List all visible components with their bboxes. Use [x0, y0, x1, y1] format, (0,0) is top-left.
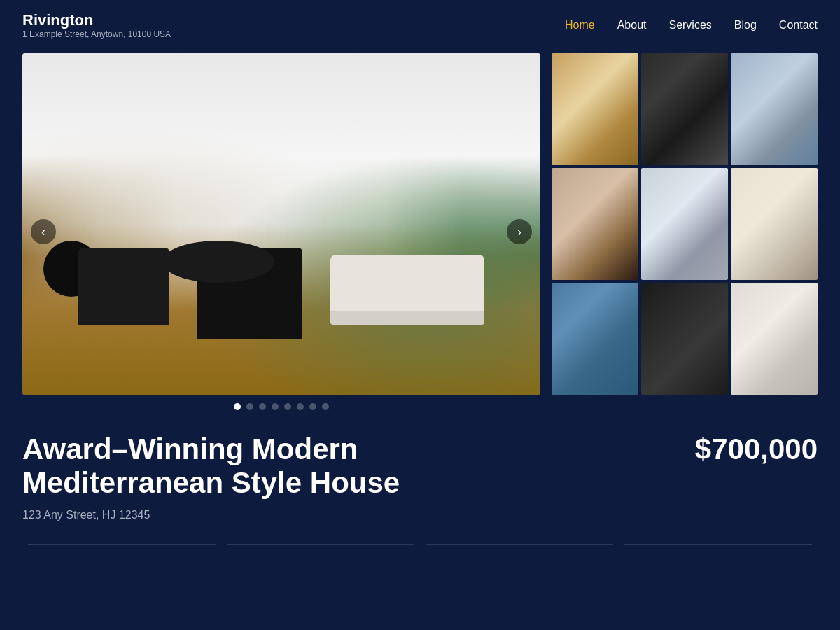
gallery-cell-9[interactable]: [731, 283, 818, 395]
dot-4[interactable]: [272, 403, 279, 410]
gallery-cell-2[interactable]: [641, 53, 728, 165]
gallery-cell-5[interactable]: [641, 168, 728, 280]
nav-blog[interactable]: Blog: [734, 19, 757, 31]
main-content: ‹ ›: [0, 53, 840, 410]
footer-dividers: [0, 544, 840, 545]
nav-home[interactable]: Home: [565, 19, 595, 31]
property-title: Award–Winning Modern Mediterranean Style…: [22, 433, 442, 500]
divider-2: [227, 544, 414, 545]
gallery-cell-1[interactable]: [552, 53, 638, 165]
chair-left: [78, 248, 169, 325]
bottom-section: Award–Winning Modern Mediterranean Style…: [0, 416, 840, 522]
nav-about[interactable]: About: [617, 19, 647, 31]
furniture-overlay: [22, 53, 540, 395]
gallery-cell-8[interactable]: [641, 283, 728, 395]
gallery-grid: [552, 53, 818, 395]
header: Rivington 1 Example Street, Anytown, 101…: [0, 0, 840, 50]
property-slider: ‹ ›: [22, 53, 540, 410]
nav-contact[interactable]: Contact: [779, 19, 818, 31]
dot-6[interactable]: [297, 403, 304, 410]
dot-7[interactable]: [309, 403, 316, 410]
slider-prev-button[interactable]: ‹: [31, 219, 56, 244]
dot-1[interactable]: [234, 403, 241, 410]
dot-2[interactable]: [246, 403, 253, 410]
nav-services[interactable]: Services: [668, 19, 711, 31]
main-nav: Home About Services Blog Contact: [565, 19, 818, 31]
slider-next-button[interactable]: ›: [507, 219, 532, 244]
brand-address: 1 Example Street, Anytown, 10100 USA: [22, 29, 171, 39]
gallery-cell-6[interactable]: [731, 168, 818, 280]
gallery-cell-3[interactable]: [731, 53, 818, 165]
slider-dots: [22, 403, 540, 410]
dot-8[interactable]: [322, 403, 329, 410]
sofa-white: [330, 255, 484, 311]
property-price: $700,000: [695, 433, 818, 466]
divider-4: [624, 544, 812, 545]
divider-1: [28, 544, 216, 545]
gallery-cell-7[interactable]: [552, 283, 638, 395]
brand: Rivington 1 Example Street, Anytown, 101…: [22, 11, 171, 39]
coffee-table: [162, 241, 274, 283]
property-info: Award–Winning Modern Mediterranean Style…: [22, 433, 442, 522]
gallery-cell-4[interactable]: [552, 168, 638, 280]
divider-3: [426, 544, 613, 545]
slider-main-image: [22, 53, 540, 395]
dot-5[interactable]: [284, 403, 291, 410]
dot-3[interactable]: [259, 403, 266, 410]
brand-name: Rivington: [22, 11, 171, 29]
property-address: 123 Any Street, HJ 12345: [22, 509, 442, 522]
